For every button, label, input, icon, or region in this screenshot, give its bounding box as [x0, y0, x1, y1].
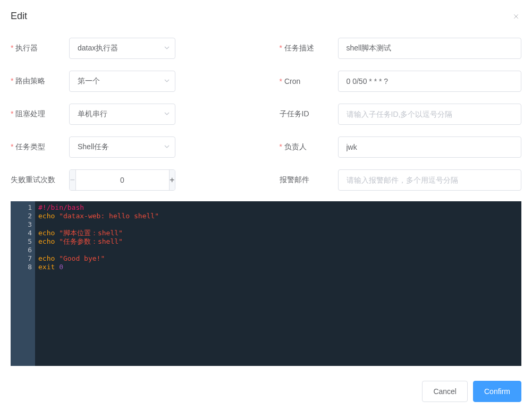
dialog-title: Edit — [11, 11, 27, 22]
input-description[interactable] — [338, 38, 522, 59]
label-owner: 负责人 — [280, 142, 338, 152]
dialog-header: Edit — [11, 11, 521, 22]
code-line: echo "datax-web: hello shell" — [38, 212, 518, 220]
select-block-strategy[interactable]: 单机串行 — [69, 104, 175, 125]
confirm-button[interactable]: Confirm — [473, 381, 521, 402]
retry-decrement-button[interactable]: − — [70, 170, 76, 190]
line-number: 5 — [11, 237, 32, 246]
chevron-down-icon — [164, 110, 170, 118]
chevron-down-icon — [164, 77, 170, 86]
label-description: 任务描述 — [280, 44, 338, 53]
code-line — [38, 220, 518, 229]
chevron-down-icon — [164, 44, 170, 53]
label-child-task: 子任务ID — [280, 109, 338, 119]
line-number: 7 — [11, 254, 32, 263]
code-line: #!/bin/bash — [38, 203, 518, 212]
select-task-type-value: Shell任务 — [78, 142, 109, 152]
select-route-strategy[interactable]: 第一个 — [69, 71, 175, 92]
dialog-footer: Cancel Confirm — [11, 381, 521, 402]
input-alarm-email[interactable] — [338, 169, 522, 191]
retry-increment-button[interactable]: + — [169, 170, 175, 190]
cancel-button[interactable]: Cancel — [422, 381, 468, 402]
field-cron: Cron — [280, 71, 522, 92]
line-gutter: 12345678 — [11, 201, 35, 366]
code-area[interactable]: #!/bin/bashecho "datax-web: hello shell"… — [35, 201, 521, 366]
select-task-type[interactable]: Shell任务 — [69, 136, 175, 158]
line-number: 1 — [11, 203, 32, 212]
label-cron: Cron — [280, 77, 338, 86]
code-line — [38, 246, 518, 254]
input-owner[interactable] — [338, 136, 522, 158]
line-number: 6 — [11, 246, 32, 254]
select-route-strategy-value: 第一个 — [78, 76, 100, 86]
code-line: echo "脚本位置：shell" — [38, 229, 518, 237]
label-route-strategy: 路由策略 — [11, 76, 69, 86]
input-cron[interactable] — [338, 71, 522, 92]
label-block-strategy: 阻塞处理 — [11, 109, 69, 119]
field-child-task: 子任务ID — [280, 104, 522, 125]
line-number: 4 — [11, 229, 32, 237]
edit-dialog: Edit 执行器 datax执行器 任务描述 路由策略 — [0, 0, 532, 410]
label-retry-count: 失败重试次数 — [11, 175, 69, 185]
line-number: 2 — [11, 212, 32, 220]
field-block-strategy: 阻塞处理 单机串行 — [11, 104, 253, 125]
code-editor[interactable]: 12345678 #!/bin/bashecho "datax-web: hel… — [11, 201, 521, 366]
label-task-type: 任务类型 — [11, 142, 69, 152]
field-description: 任务描述 — [280, 38, 522, 59]
field-retry-count: 失败重试次数 − + — [11, 169, 253, 191]
code-line: echo "任务参数：shell" — [38, 237, 518, 246]
field-alarm-email: 报警邮件 — [280, 169, 522, 191]
input-retry-count[interactable] — [76, 170, 169, 190]
number-retry-count: − + — [69, 169, 175, 191]
line-number: 8 — [11, 263, 32, 271]
input-child-task[interactable] — [338, 104, 522, 125]
close-icon[interactable] — [511, 11, 521, 22]
select-block-strategy-value: 单机串行 — [78, 109, 107, 119]
field-owner: 负责人 — [280, 136, 522, 158]
chevron-down-icon — [164, 143, 170, 151]
line-number: 3 — [11, 220, 32, 229]
field-executor: 执行器 datax执行器 — [11, 38, 253, 59]
label-alarm-email: 报警邮件 — [280, 175, 338, 185]
select-executor-value: datax执行器 — [78, 44, 118, 53]
label-executor: 执行器 — [11, 44, 69, 53]
select-executor[interactable]: datax执行器 — [69, 38, 175, 59]
form: 执行器 datax执行器 任务描述 路由策略 第一个 — [11, 38, 521, 191]
field-task-type: 任务类型 Shell任务 — [11, 136, 253, 158]
field-route-strategy: 路由策略 第一个 — [11, 71, 253, 92]
code-line: exit 0 — [38, 263, 518, 271]
code-line: echo "Good bye!" — [38, 254, 518, 263]
